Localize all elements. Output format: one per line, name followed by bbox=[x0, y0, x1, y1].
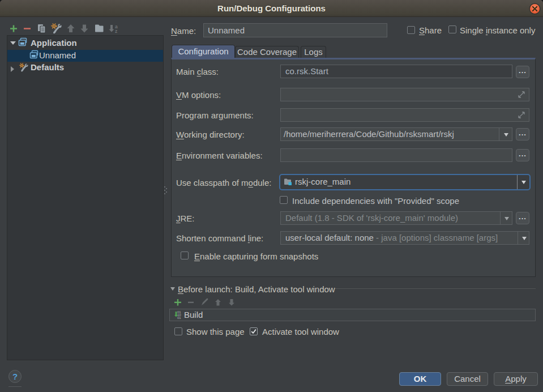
svg-text:01: 01 bbox=[177, 316, 181, 319]
svg-text:z: z bbox=[115, 28, 117, 34]
